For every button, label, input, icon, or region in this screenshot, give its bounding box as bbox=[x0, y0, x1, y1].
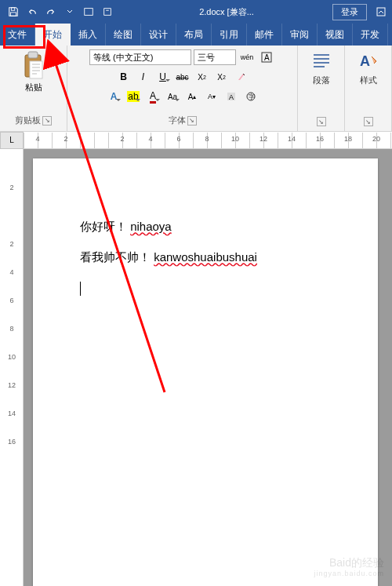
document-scroll[interactable]: 你好呀！ nihaoya 看我帅不帅！ kanwoshuaibushuai bbox=[24, 149, 392, 586]
tab-layout[interactable]: 布局 bbox=[176, 24, 212, 45]
tab-developer[interactable]: 开发 bbox=[353, 24, 388, 45]
tab-design[interactable]: 设计 bbox=[141, 24, 176, 45]
character-shading-button[interactable]: A bbox=[223, 88, 240, 105]
bold-button[interactable]: B bbox=[115, 68, 132, 86]
group-font: 等线 (中文正文) 三号 wén A B I U abc X2 X2 A ab … bbox=[67, 45, 298, 131]
ribbon-tabs: 文件 开始 插入 绘图 设计 布局 引用 邮件 审阅 视图 开发 帮助 bbox=[0, 24, 392, 45]
cut-button[interactable] bbox=[48, 50, 64, 66]
tab-mail[interactable]: 邮件 bbox=[247, 24, 282, 45]
vertical-ruler[interactable]: 2 2 4 6 8 10 12 14 16 bbox=[0, 149, 24, 586]
svg-rect-6 bbox=[30, 61, 42, 78]
group-label-font: 字体↘ bbox=[169, 113, 197, 128]
document-cursor-line[interactable] bbox=[80, 275, 331, 300]
clipboard-icon bbox=[20, 50, 47, 82]
save-button[interactable] bbox=[5, 3, 22, 20]
tab-file[interactable]: 文件 bbox=[0, 24, 35, 45]
font-launcher[interactable]: ↘ bbox=[187, 116, 197, 126]
character-border-button[interactable]: A bbox=[258, 49, 275, 66]
tab-insert[interactable]: 插入 bbox=[71, 24, 106, 45]
tab-home[interactable]: 开始 bbox=[35, 24, 71, 45]
italic-button[interactable]: I bbox=[135, 68, 152, 86]
font-size-select[interactable]: 三号 bbox=[194, 49, 236, 65]
document-line-2[interactable]: 看我帅不帅！ kanwoshuaibushuai bbox=[80, 244, 331, 270]
paste-label: 粘贴 bbox=[25, 82, 42, 93]
styles-launcher[interactable]: ↘ bbox=[364, 117, 373, 126]
styles-button[interactable]: A 样式 bbox=[356, 49, 381, 88]
tab-help[interactable]: 帮助 bbox=[388, 24, 392, 45]
group-label-paragraph: ↘ bbox=[317, 115, 326, 128]
group-label-styles: ↘ bbox=[364, 115, 373, 128]
grow-font-button[interactable]: A▴ bbox=[183, 88, 201, 105]
text-cursor bbox=[80, 282, 81, 296]
tab-view[interactable]: 视图 bbox=[318, 24, 353, 45]
paragraph-launcher[interactable]: ↘ bbox=[317, 117, 326, 126]
strikethrough-button[interactable]: abc bbox=[174, 68, 191, 86]
group-styles: A 样式 ↘ bbox=[345, 45, 392, 131]
login-button[interactable]: 登录 bbox=[332, 4, 367, 20]
svg-text:字: 字 bbox=[249, 93, 255, 100]
quick-access-toolbar bbox=[0, 3, 121, 20]
document-area: 2 2 4 6 8 10 12 14 16 你好呀！ nihaoya 看我帅不帅… bbox=[0, 149, 392, 586]
title-bar: 2.docx [兼容... 登录 bbox=[0, 0, 392, 24]
group-clipboard: 粘贴 剪贴板↘ bbox=[0, 45, 67, 131]
redo-button[interactable] bbox=[42, 3, 60, 20]
qat-dropdown[interactable] bbox=[61, 3, 78, 20]
horizontal-ruler[interactable]: L 4224681012141618202224262 bbox=[0, 132, 392, 149]
subscript-button[interactable]: X2 bbox=[194, 68, 211, 86]
page[interactable]: 你好呀！ nihaoya 看我帅不帅！ kanwoshuaibushuai bbox=[33, 158, 378, 586]
svg-text:A: A bbox=[264, 53, 270, 62]
qat-button-1[interactable] bbox=[80, 3, 97, 20]
font-color-button[interactable]: A bbox=[144, 88, 162, 105]
svg-point-7 bbox=[51, 60, 54, 63]
spell-error: kanwoshuaibushuai bbox=[154, 250, 257, 264]
styles-icon: A bbox=[358, 50, 379, 72]
tab-selector[interactable]: L bbox=[0, 132, 24, 149]
svg-text:A: A bbox=[229, 93, 234, 101]
group-label-clipboard: 剪贴板↘ bbox=[15, 113, 52, 128]
hruler-numbers: 4224681012141618202224262 bbox=[24, 135, 392, 143]
paste-button[interactable]: 粘贴 bbox=[19, 49, 49, 95]
clipboard-launcher[interactable]: ↘ bbox=[42, 116, 52, 126]
tab-review[interactable]: 审阅 bbox=[282, 24, 318, 45]
ribbon: 粘贴 剪贴板↘ 等线 (中文正文) 三号 wén A B I U abc X2 … bbox=[0, 45, 392, 132]
text-effects-button[interactable]: A bbox=[105, 88, 122, 105]
svg-text:A: A bbox=[360, 53, 370, 69]
underline-button[interactable]: U bbox=[154, 68, 172, 86]
qat-button-2[interactable] bbox=[99, 3, 116, 20]
enclose-characters-button[interactable]: 字 bbox=[242, 88, 260, 105]
font-name-select[interactable]: 等线 (中文正文) bbox=[89, 49, 191, 65]
tab-references[interactable]: 引用 bbox=[212, 24, 247, 45]
phonetic-guide-button[interactable]: wén bbox=[238, 49, 256, 66]
document-line-1[interactable]: 你好呀！ nihaoya bbox=[80, 213, 331, 239]
paragraph-icon bbox=[310, 50, 332, 72]
highlight-button[interactable]: ab bbox=[125, 88, 142, 105]
clear-formatting-button[interactable] bbox=[233, 68, 250, 86]
paragraph-button[interactable]: 段落 bbox=[309, 49, 334, 88]
svg-rect-3 bbox=[377, 8, 385, 16]
svg-rect-5 bbox=[28, 52, 38, 58]
document-title: 2.docx [兼容... bbox=[121, 6, 332, 18]
change-case-button[interactable]: Aa bbox=[164, 88, 181, 105]
group-paragraph: 段落 ↘ bbox=[298, 45, 345, 131]
svg-rect-2 bbox=[85, 9, 93, 16]
spell-error: nihaoya bbox=[130, 220, 172, 233]
svg-point-8 bbox=[57, 60, 60, 63]
superscript-button[interactable]: X2 bbox=[213, 68, 230, 86]
svg-rect-1 bbox=[11, 13, 16, 16]
tab-draw[interactable]: 绘图 bbox=[106, 24, 141, 45]
shrink-font-button[interactable]: A▾ bbox=[203, 88, 220, 105]
ribbon-display-options[interactable] bbox=[370, 1, 392, 23]
undo-button[interactable] bbox=[24, 3, 41, 20]
